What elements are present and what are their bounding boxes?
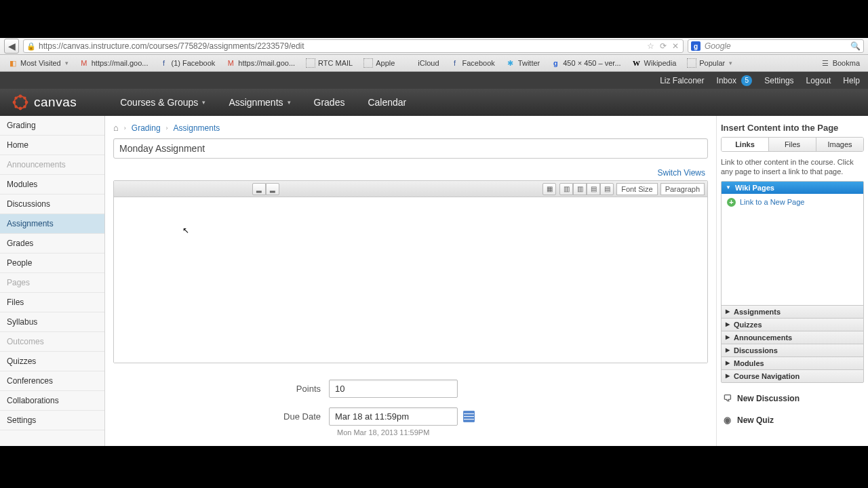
canvas-logo-text: canvas <box>34 95 77 110</box>
home-icon[interactable]: ⌂ <box>113 123 119 133</box>
sidebar-item-quizzes[interactable]: Quizzes <box>0 352 104 371</box>
sidebar-item-files[interactable]: Files <box>0 293 104 312</box>
new-quiz-button[interactable]: ◉ New Quiz <box>721 411 864 429</box>
stop-icon[interactable]: ✕ <box>671 41 680 51</box>
accordion-announcements[interactable]: ▶Announcements <box>722 331 863 344</box>
sidebar-item-home[interactable]: Home <box>0 136 104 155</box>
chevron-down-icon: ▾ <box>729 60 732 66</box>
calendar-icon[interactable] <box>463 411 475 422</box>
sidebar-item-outcomes[interactable]: Outcomes <box>0 332 104 352</box>
bookmark-item[interactable]: WWikipedia <box>628 57 681 69</box>
accordion-body: +Link to a New Page <box>722 194 863 305</box>
accordion-wiki-pages[interactable]: ▼Wiki Pages <box>722 182 863 194</box>
insert-content-title: Insert Content into the Page <box>721 123 864 133</box>
paragraph-select[interactable]: Paragraph <box>660 183 705 195</box>
logout-link[interactable]: Logout <box>806 76 831 85</box>
bookmark-item[interactable]: g450 × 450 – ver... <box>547 57 625 69</box>
points-label: Points <box>113 384 329 394</box>
search-placeholder: Google <box>705 41 846 51</box>
wiki-icon: W <box>632 58 642 68</box>
bookmark-label: iCloud <box>418 59 439 67</box>
tab-files[interactable]: Files <box>769 138 816 151</box>
bookmarks-menu[interactable]: ☰ Bookma <box>816 57 864 69</box>
svg-point-6 <box>24 97 25 98</box>
topnav-courses-groups[interactable]: Courses & Groups▾ <box>120 97 205 108</box>
rte-button[interactable]: ▤ <box>587 183 600 195</box>
rte-button[interactable]: ▥ <box>573 183 587 195</box>
rte-button[interactable]: ▥ <box>559 183 573 195</box>
bookmark-item[interactable]: ◧Most Visited▾ <box>4 57 73 69</box>
reload-icon[interactable]: ⟳ <box>658 41 668 51</box>
bookmarks-label: Bookma <box>833 59 860 67</box>
sidebar-item-collaborations[interactable]: Collaborations <box>0 391 104 411</box>
tab-images[interactable]: Images <box>816 138 863 151</box>
settings-link[interactable]: Settings <box>764 76 793 85</box>
bookmark-star-icon[interactable]: ☆ <box>646 41 656 51</box>
bookmark-item[interactable]: fFacebook <box>446 57 499 69</box>
sidebar-item-modules[interactable]: Modules <box>0 175 104 195</box>
canvas-logo[interactable]: canvas <box>12 94 77 110</box>
due-date-input[interactable] <box>329 407 458 426</box>
bookmark-item[interactable]: iCloud <box>401 57 443 69</box>
canvas-app: Liz Falconer Inbox 5 Settings Logout Hel… <box>0 72 868 446</box>
sidebar-item-grades[interactable]: Grades <box>0 234 104 253</box>
new-discussion-button[interactable]: 🗨 New Discussion <box>721 390 864 407</box>
sidebar-item-grading[interactable]: Grading <box>0 116 104 136</box>
bookmark-item[interactable]: ✱Twitter <box>502 57 544 69</box>
chevron-right-icon: ▶ <box>726 347 730 353</box>
topnav-assignments[interactable]: Assignments▾ <box>229 97 290 108</box>
bookmark-item[interactable]: Mhttps://mail.goo... <box>75 57 153 69</box>
sidebar-item-settings[interactable]: Settings <box>0 411 104 430</box>
user-name[interactable]: Liz Falconer <box>660 76 704 85</box>
chevron-right-icon: ▶ <box>726 373 730 379</box>
link-new-page[interactable]: +Link to a New Page <box>727 198 858 207</box>
sidebar-item-announcements[interactable]: Announcements <box>0 155 104 175</box>
discussion-icon: 🗨 <box>722 394 732 403</box>
url-text: https://canvas.instructure.com/courses/7… <box>39 41 643 51</box>
bookmark-item[interactable]: RTC MAIL <box>302 57 357 69</box>
crumb-course[interactable]: Grading <box>132 123 161 133</box>
accordion-quizzes[interactable]: ▶Quizzes <box>722 318 863 331</box>
accordion-modules[interactable]: ▶Modules <box>722 357 863 369</box>
dotted-icon <box>687 58 696 68</box>
inbox-link[interactable]: Inbox 5 <box>717 75 753 86</box>
accordion-assignments[interactable]: ▶Assignments <box>722 305 863 318</box>
quiz-icon: ◉ <box>722 415 732 425</box>
sidebar-item-conferences[interactable]: Conferences <box>0 371 104 391</box>
browser-back-button[interactable]: ◀ <box>4 39 19 54</box>
tab-links[interactable]: Links <box>722 138 769 151</box>
rte-table-button[interactable]: ▦ <box>542 183 556 195</box>
sidebar-item-people[interactable]: People <box>0 253 104 273</box>
bookmark-item[interactable]: Apple <box>359 57 399 69</box>
sidebar-item-assignments[interactable]: Assignments <box>0 214 104 234</box>
search-icon[interactable]: 🔍 <box>850 41 861 51</box>
rte-button[interactable]: ▤ <box>600 183 614 195</box>
bookmark-item[interactable]: f(1) Facebook <box>155 57 219 69</box>
help-link[interactable]: Help <box>843 76 860 85</box>
accordion-course-navigation[interactable]: ▶Course Navigation <box>722 369 863 382</box>
rte-content-area[interactable]: ↖ <box>114 197 707 363</box>
bookmark-item[interactable]: Popular▾ <box>683 57 736 69</box>
sidebar-item-pages[interactable]: Pages <box>0 273 104 293</box>
crumb-assignments[interactable]: Assignments <box>174 123 220 133</box>
topnav-grades[interactable]: Grades <box>314 97 345 108</box>
points-input[interactable] <box>329 380 458 398</box>
cursor-icon: ↖ <box>182 226 189 235</box>
rte-button[interactable]: ▂ <box>252 183 266 195</box>
font-size-select[interactable]: Font Size <box>616 183 657 195</box>
assignment-title-input[interactable] <box>113 138 708 159</box>
rte-toolbar: ▂ ▂ ▦ ▥ ▥ ▤ ▤ <box>114 181 707 197</box>
due-date-label: Due Date <box>113 411 329 422</box>
switch-views-link[interactable]: Switch Views <box>658 168 705 178</box>
sidebar-item-syllabus[interactable]: Syllabus <box>0 312 104 332</box>
bookmark-item[interactable]: Mhttps://mail.goo... <box>222 57 299 69</box>
svg-point-5 <box>15 97 16 98</box>
browser-search-input[interactable]: g Google 🔍 <box>688 39 864 53</box>
topnav-calendar[interactable]: Calendar <box>368 97 406 108</box>
browser-url-input[interactable]: 🔒 https://canvas.instructure.com/courses… <box>23 39 684 53</box>
sidebar-item-discussions[interactable]: Discussions <box>0 195 104 214</box>
rte-button[interactable]: ▂ <box>266 183 279 195</box>
accordion-discussions[interactable]: ▶Discussions <box>722 344 863 357</box>
svg-point-1 <box>20 96 22 98</box>
twitter-icon: ✱ <box>506 58 515 68</box>
